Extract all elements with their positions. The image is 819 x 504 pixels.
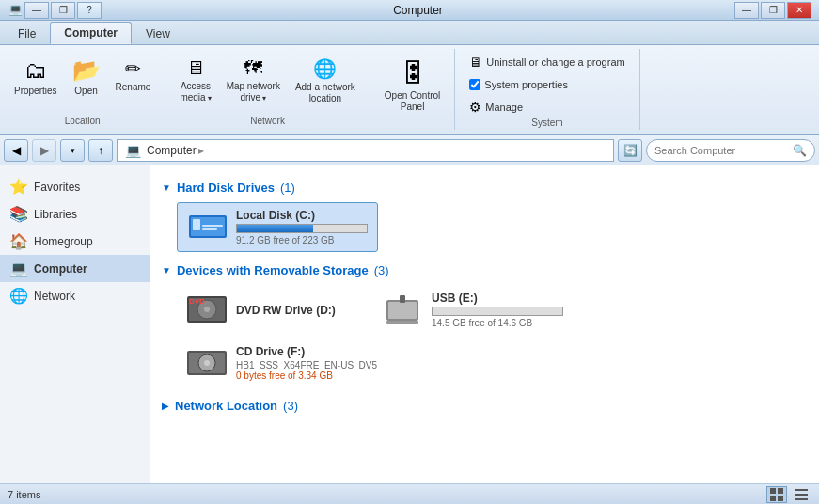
properties-button[interactable]: 🗂 Properties [8, 53, 64, 102]
sidebar-item-homegroup[interactable]: 🏠 Homegroup [0, 228, 150, 255]
uninstall-icon: 🖥 [469, 55, 482, 70]
system-properties-button[interactable]: System properties [463, 76, 631, 93]
drive-d-info: DVD RW Drive (D:) [236, 304, 336, 317]
svg-rect-3 [202, 225, 223, 227]
drive-f-size: 0 bytes free of 3.34 GB [236, 370, 377, 381]
drive-f[interactable]: CD Drive (F:) HB1_SSS_X64FRE_EN-US_DV5 0… [177, 339, 387, 387]
open-control-panel-button[interactable]: 🎛 Open ControlPanel [378, 53, 447, 118]
manage-icon: ⚙ [469, 100, 481, 115]
refresh-button[interactable]: 🔄 [618, 139, 642, 162]
removable-section-header: ▼ Devices with Removable Storage (3) [162, 263, 808, 277]
list-view-icon [795, 488, 808, 501]
drive-f-subname: HB1_SSS_X64FRE_EN-US_DV5 [236, 360, 377, 370]
address-separator: ▸ [198, 144, 204, 157]
control-group-content: 🎛 Open ControlPanel [378, 53, 447, 118]
add-location-button[interactable]: 🌐 Add a networklocation [289, 53, 362, 109]
drive-c-info: Local Disk (C:) 91.2 GB free of 223 GB [236, 209, 368, 245]
open-label: Open [74, 86, 97, 97]
ribbon-group-control: 🎛 Open ControlPanel . [370, 49, 455, 130]
tab-view[interactable]: View [132, 23, 184, 44]
status-bar: 7 items [0, 483, 819, 504]
ribbon: 🗂 Properties 📂 Open ✏ Rename Location 🖥 … [0, 45, 819, 135]
drive-e[interactable]: USB (E:) 14.5 GB free of 14.6 GB [372, 285, 574, 335]
maximize-button[interactable]: ❐ [51, 2, 75, 19]
drive-e-bar [433, 307, 433, 315]
removable-arrow[interactable]: ▼ [162, 265, 171, 276]
address-bar: ◀ ▶ ▾ ↑ 💻 Computer ▸ 🔄 🔍 [0, 135, 819, 165]
cd-drive-icon [187, 345, 227, 381]
map-drive-icon: 🗺 [244, 57, 262, 79]
homegroup-icon: 🏠 [9, 232, 26, 250]
grid-view-button[interactable] [766, 486, 787, 503]
location-group-content: 🗂 Properties 📂 Open ✏ Rename [8, 53, 157, 112]
network-group-content: 🖥 Accessmedia▾ 🗺 Map networkdrive▾ 🌐 Add… [173, 53, 361, 112]
svg-rect-19 [778, 488, 783, 494]
search-box[interactable]: 🔍 [646, 139, 815, 162]
dvd-drive-icon: DVD [187, 292, 227, 328]
rename-button[interactable]: ✏ Rename [109, 53, 158, 98]
sidebar-item-libraries[interactable]: 📚 Libraries [0, 200, 150, 228]
hard-disk-count: (1) [280, 181, 295, 195]
properties-label: Properties [14, 86, 57, 97]
removable-title: Devices with Removable Storage [177, 263, 369, 277]
uninstall-button[interactable]: 🖥 Uninstall or change a program [463, 52, 631, 72]
minimize-btn[interactable]: — [734, 2, 759, 19]
sidebar-item-computer[interactable]: 💻 Computer [0, 255, 150, 282]
forward-button[interactable]: ▶ [32, 139, 56, 162]
address-icon: 💻 [125, 143, 141, 158]
access-media-label: Accessmedia▾ [180, 81, 211, 103]
address-field[interactable]: 💻 Computer ▸ [117, 139, 614, 162]
search-input[interactable] [654, 145, 789, 156]
minimize-button[interactable]: — [24, 2, 49, 19]
svg-rect-11 [388, 302, 417, 319]
dropdown-button[interactable]: ▾ [60, 139, 85, 162]
drive-c-size: 91.2 GB free of 223 GB [236, 235, 368, 245]
svg-rect-22 [795, 489, 808, 491]
system-properties-label: System properties [484, 79, 568, 90]
removable-drives: DVD DVD RW Drive (D:) USB (E:) [162, 285, 808, 335]
content-area: ▼ Hard Disk Drives (1) [150, 165, 819, 483]
properties-icon: 🗂 [24, 57, 47, 84]
drive-c-bar [237, 225, 313, 232]
restore-btn[interactable]: ❐ [761, 2, 785, 19]
network-arrow[interactable]: ▶ [162, 401, 169, 411]
grid-view-icon [770, 488, 783, 501]
network-group-label: Network [250, 116, 285, 126]
sidebar-item-network[interactable]: 🌐 Network [0, 282, 150, 309]
access-media-button[interactable]: 🖥 Accessmedia▾ [173, 53, 217, 108]
search-icon: 🔍 [793, 144, 807, 157]
list-view-button[interactable] [791, 486, 811, 503]
cd-drive-row: CD Drive (F:) HB1_SSS_X64FRE_EN-US_DV5 0… [162, 339, 808, 387]
help-button[interactable]: ? [77, 2, 102, 19]
drive-d[interactable]: DVD DVD RW Drive (D:) [177, 285, 365, 335]
manage-button[interactable]: ⚙ Manage [463, 97, 631, 118]
svg-rect-2 [193, 219, 200, 230]
network-label: Network [34, 290, 75, 303]
network-section-header: ▶ Network Location (3) [162, 399, 808, 413]
svg-point-17 [204, 360, 210, 366]
control-panel-icon: 🎛 [400, 57, 426, 88]
hard-disk-arrow[interactable]: ▼ [162, 182, 171, 193]
map-drive-button[interactable]: 🗺 Map networkdrive▾ [220, 53, 287, 108]
open-button[interactable]: 📂 Open [66, 53, 107, 102]
close-btn[interactable]: ✕ [787, 2, 811, 19]
sidebar-item-favorites[interactable]: ⭐ Favorites [0, 173, 150, 200]
up-button[interactable]: ↑ [88, 139, 113, 162]
drive-c-name: Local Disk (C:) [236, 209, 368, 222]
item-count: 7 items [8, 489, 40, 500]
svg-rect-21 [778, 496, 783, 501]
tab-computer[interactable]: Computer [50, 22, 132, 44]
svg-point-8 [204, 307, 210, 312]
view-controls [766, 486, 811, 503]
back-button[interactable]: ◀ [4, 139, 28, 162]
title-bar-controls: — ❐ ✕ [734, 2, 811, 19]
title-bar-left: 💻 — ❐ ? [8, 2, 102, 19]
drive-e-bar-container [432, 307, 563, 316]
hard-disk-section-header: ▼ Hard Disk Drives (1) [162, 181, 808, 195]
drive-c[interactable]: Local Disk (C:) 91.2 GB free of 223 GB [177, 202, 378, 252]
drive-c-bar-container [236, 224, 368, 233]
add-location-label: Add a networklocation [295, 82, 355, 104]
tab-file[interactable]: File [4, 23, 50, 44]
libraries-icon: 📚 [9, 205, 26, 223]
add-location-icon: 🌐 [313, 57, 337, 80]
